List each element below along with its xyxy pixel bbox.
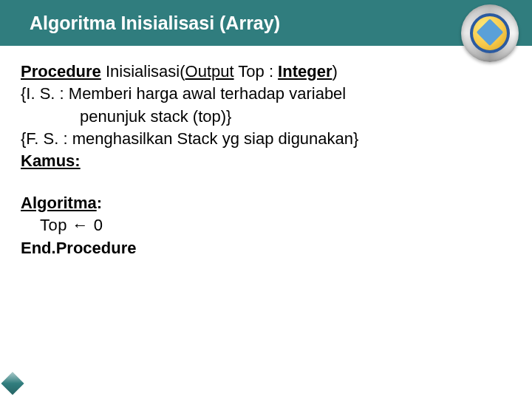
keyword-integer: Integer <box>278 62 332 81</box>
keyword-output: Output <box>185 62 234 81</box>
algoritma-word: Algoritma <box>21 194 97 212</box>
initial-state-line-1: {I. S. : Memberi harga awal terhadap var… <box>21 83 511 105</box>
proc-mid-text: Top : <box>234 62 279 81</box>
slide-body: Procedure Inisialisasi(Output Top : Inte… <box>0 46 532 259</box>
proc-name-text: Inisialisasi( <box>101 62 185 81</box>
kamus-heading: Kamus: <box>21 150 511 172</box>
proc-close-text: ) <box>332 62 337 81</box>
keyword-procedure: Procedure <box>21 62 101 81</box>
procedure-signature: Procedure Inisialisasi(Output Top : Inte… <box>21 61 511 83</box>
final-state-line: {F. S. : menghasilkan Stack yg siap digu… <box>21 128 511 150</box>
logo-inner-icon <box>470 13 510 53</box>
logo-container <box>443 0 532 71</box>
initial-state-line-2: penunjuk stack (top)} <box>21 106 511 128</box>
algoritma-heading: Algoritma: <box>21 192 511 214</box>
assignment-line: Top ← 0 <box>21 214 511 236</box>
university-logo-icon <box>461 4 519 62</box>
decorative-diamond-icon <box>1 372 24 395</box>
algoritma-colon: : <box>97 194 102 212</box>
slide-title: Algoritma Inisialisasi (Array) <box>30 13 280 34</box>
algorithm-block: Algoritma: Top ← 0 End.Procedure <box>21 192 511 259</box>
end-procedure: End.Procedure <box>21 237 511 259</box>
